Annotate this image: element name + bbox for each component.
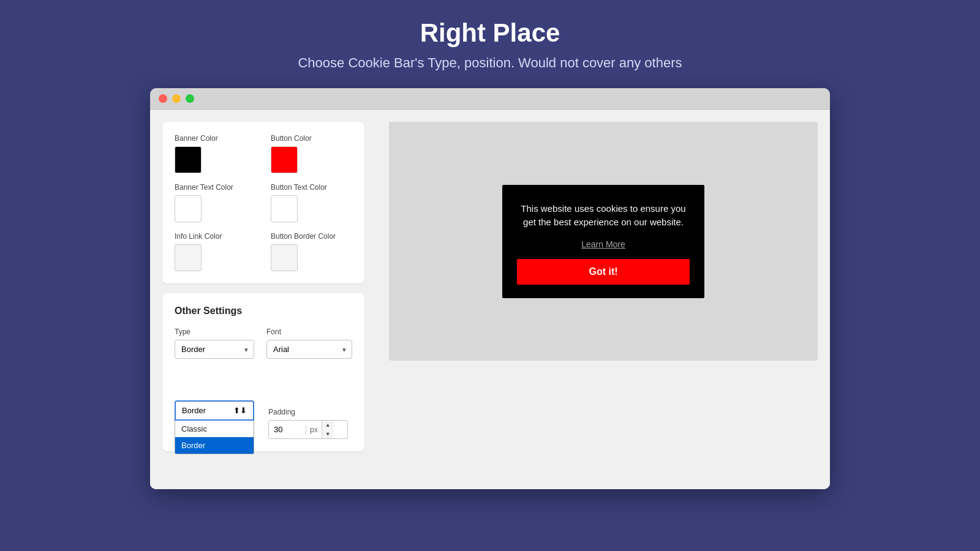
left-panel: Banner Color Button Color Banner Text Co… [150,110,377,489]
type-dropdown-open: Border ⬆⬇ Classic Border [175,400,254,454]
button-text-color-label: Button Text Color [271,183,352,192]
type-option-classic[interactable]: Classic [175,421,254,437]
padding-spinners: ▲ ▼ [322,421,334,438]
other-settings-section: Other Settings Type Classic Border ▼ [162,293,364,451]
window-titlebar [150,88,830,110]
window-body: Banner Color Button Color Banner Text Co… [150,110,830,489]
type-dropdown-value: Border [182,406,206,415]
traffic-light-minimize[interactable] [172,94,181,103]
cookie-banner-text: This website uses cookies to ensure you … [517,202,690,230]
padding-input-wrapper: px ▲ ▼ [268,420,348,439]
font-select-wrapper: Arial Helvetica Georgia ▼ [266,340,352,359]
banner-text-color-swatch[interactable] [175,195,202,222]
type-select-wrapper: Classic Border ▼ [175,340,254,359]
color-section: Banner Color Button Color Banner Text Co… [162,122,364,283]
app-window: Banner Color Button Color Banner Text Co… [150,88,830,489]
font-select[interactable]: Arial Helvetica Georgia [266,340,352,359]
button-color-swatch[interactable] [271,146,298,173]
traffic-light-maximize[interactable] [186,94,194,103]
button-color-label: Button Color [271,134,352,143]
info-link-color-label: Info Link Color [175,232,256,241]
page-title: Right Place [420,18,560,48]
other-settings-title: Other Settings [175,305,352,317]
info-link-color-swatch[interactable] [175,244,202,271]
cookie-got-it-button[interactable]: Got it! [517,259,690,285]
color-grid: Banner Color Button Color Banner Text Co… [175,134,352,271]
page-subtitle: Choose Cookie Bar's Type, position. Woul… [298,55,682,71]
padding-field-group: Padding px ▲ ▼ [268,408,352,439]
traffic-light-close[interactable] [159,94,167,103]
right-panel: This website uses cookies to ensure you … [377,110,830,489]
padding-spin-up[interactable]: ▲ [322,421,334,430]
button-text-color-swatch[interactable] [271,195,298,222]
cookie-learn-more-link[interactable]: Learn More [517,239,690,249]
type-font-row: Type Classic Border ▼ Font [175,328,352,359]
banner-color-swatch[interactable] [175,146,202,173]
info-link-color-field: Info Link Color [175,232,256,271]
type-option-border[interactable]: Border [175,437,254,454]
banner-text-color-label: Banner Text Color [175,183,256,192]
padding-unit: px [306,425,322,434]
banner-text-color-field: Banner Text Color [175,183,256,222]
preview-area: This website uses cookies to ensure you … [389,122,818,361]
padding-input[interactable] [269,421,306,438]
button-border-color-swatch[interactable] [271,244,298,271]
type-field-group: Type Classic Border ▼ [175,328,257,359]
type-dropdown-arrow: ⬆⬇ [233,406,247,415]
padding-spin-down[interactable]: ▼ [322,430,334,439]
type-label: Type [175,328,257,336]
font-field-group: Font Arial Helvetica Georgia ▼ [266,328,352,359]
button-text-color-field: Button Text Color [271,183,352,222]
type-dropdown-list: Classic Border [175,421,254,454]
button-color-field: Button Color [271,134,352,173]
banner-color-field: Banner Color [175,134,256,173]
button-border-color-field: Button Border Color [271,232,352,271]
type-select[interactable]: Classic Border [175,340,254,359]
font-label: Font [266,328,352,336]
banner-color-label: Banner Color [175,134,256,143]
type-dropdown-trigger[interactable]: Border ⬆⬇ [175,400,254,421]
padding-label: Padding [268,408,352,416]
button-border-color-label: Button Border Color [271,232,352,241]
cookie-banner-preview: This website uses cookies to ensure you … [502,185,704,298]
